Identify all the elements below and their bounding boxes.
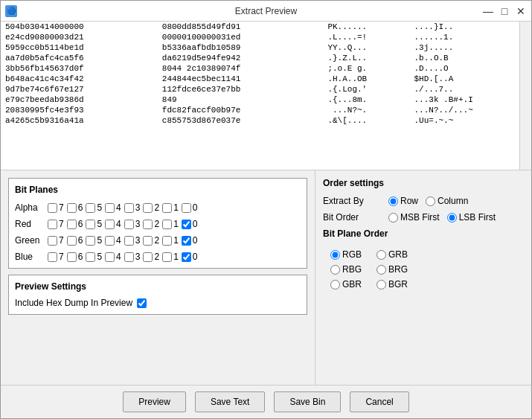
- bit-checkbox-blue-5[interactable]: 5: [86, 252, 102, 262]
- bit-checkbox-red-2[interactable]: 2: [143, 219, 159, 229]
- bit-checkbox-blue-4[interactable]: 4: [105, 252, 121, 262]
- bit-input-red-6[interactable]: [67, 220, 77, 229]
- msb-option[interactable]: MSB First: [388, 212, 440, 223]
- cancel-button[interactable]: Cancel: [350, 391, 408, 412]
- bit-checkbox-green-0[interactable]: 0: [182, 235, 198, 246]
- bit-input-red-1[interactable]: [162, 220, 172, 229]
- bit-checkbox-green-4[interactable]: 4: [105, 235, 121, 246]
- bit-input-green-1[interactable]: [162, 236, 172, 246]
- bit-checkbox-red-7[interactable]: 7: [48, 219, 64, 229]
- bit-plane-radio-rbg[interactable]: [330, 265, 340, 275]
- bit-plane-radio-rgb[interactable]: [330, 250, 340, 260]
- bit-input-alpha-5[interactable]: [86, 203, 95, 213]
- bit-plane-radio-brg[interactable]: [376, 265, 386, 275]
- bit-plane-option-gbr[interactable]: GBR: [330, 279, 362, 290]
- maximize-button[interactable]: □: [499, 5, 510, 17]
- bit-input-blue-7[interactable]: [48, 252, 57, 262]
- bit-input-green-3[interactable]: [124, 236, 134, 246]
- bit-input-green-2[interactable]: [143, 236, 153, 246]
- bit-checkbox-alpha-7[interactable]: 7: [48, 202, 64, 213]
- save-bin-button[interactable]: Save Bin: [274, 391, 341, 412]
- bit-checkbox-green-5[interactable]: 5: [86, 235, 102, 246]
- bit-checkbox-blue-3[interactable]: 3: [124, 252, 141, 262]
- bit-label-blue-0: 0: [193, 252, 198, 262]
- bit-checkbox-green-2[interactable]: 2: [143, 235, 159, 246]
- bit-input-green-0[interactable]: [182, 236, 191, 246]
- bit-input-blue-2[interactable]: [143, 252, 153, 262]
- bit-input-blue-5[interactable]: [86, 252, 95, 262]
- bit-input-alpha-3[interactable]: [124, 203, 134, 213]
- bit-input-blue-6[interactable]: [67, 252, 77, 262]
- bit-plane-option-rbg[interactable]: RBG: [330, 264, 362, 275]
- bit-checkbox-red-1[interactable]: 1: [162, 219, 179, 229]
- bit-input-green-6[interactable]: [67, 236, 77, 246]
- bit-input-blue-3[interactable]: [124, 252, 134, 262]
- bit-checkbox-alpha-1[interactable]: 1: [162, 202, 179, 213]
- bit-checkbox-blue-0[interactable]: 0: [182, 252, 198, 262]
- msb-radio[interactable]: [388, 213, 398, 223]
- bit-checkbox-red-0[interactable]: 0: [182, 219, 198, 229]
- include-hex-checkbox[interactable]: [137, 298, 147, 308]
- bit-plane-option-brg[interactable]: BRG: [376, 264, 408, 275]
- bit-checkbox-red-3[interactable]: 3: [124, 219, 141, 229]
- bit-input-red-4[interactable]: [105, 220, 115, 229]
- bit-input-green-5[interactable]: [86, 236, 95, 246]
- bit-input-red-5[interactable]: [86, 220, 95, 229]
- bit-plane-option-bgr[interactable]: BGR: [376, 279, 408, 290]
- bit-checkbox-green-3[interactable]: 3: [124, 235, 141, 246]
- column-radio[interactable]: [426, 196, 435, 206]
- bit-planes-grid: Alpha76543210Red76543210Green76543210Blu…: [15, 202, 301, 262]
- preview-settings-title: Preview Settings: [15, 281, 301, 292]
- bit-checkbox-alpha-2[interactable]: 2: [143, 202, 159, 213]
- bit-input-blue-1[interactable]: [162, 252, 172, 262]
- bit-input-alpha-1[interactable]: [162, 203, 172, 213]
- bit-checkbox-blue-2[interactable]: 2: [143, 252, 159, 262]
- bit-checkbox-alpha-5[interactable]: 5: [86, 202, 102, 213]
- close-button[interactable]: ✕: [515, 5, 527, 17]
- bit-checkbox-blue-6[interactable]: 6: [67, 252, 83, 262]
- bit-input-alpha-2[interactable]: [143, 203, 153, 213]
- bit-plane-radio-grb[interactable]: [376, 250, 386, 260]
- bit-input-blue-4[interactable]: [105, 252, 115, 262]
- bit-checkbox-blue-1[interactable]: 1: [162, 252, 179, 262]
- bit-checkbox-green-7[interactable]: 7: [48, 235, 64, 246]
- bit-input-green-7[interactable]: [48, 236, 57, 246]
- bit-label-blue-2: 2: [154, 252, 159, 262]
- preview-cell-2: .H.A..OB: [323, 74, 409, 84]
- bit-input-alpha-7[interactable]: [48, 203, 57, 213]
- minimize-button[interactable]: —: [482, 5, 494, 17]
- bit-checkbox-alpha-0[interactable]: 0: [182, 202, 198, 213]
- bit-checkbox-blue-7[interactable]: 7: [48, 252, 64, 262]
- bit-input-red-2[interactable]: [143, 220, 153, 229]
- row-option[interactable]: Row: [388, 196, 418, 206]
- column-option[interactable]: Column: [426, 196, 468, 206]
- bit-plane-radio-bgr[interactable]: [376, 280, 386, 290]
- bit-input-alpha-6[interactable]: [67, 203, 77, 213]
- bit-checkbox-alpha-6[interactable]: 6: [67, 202, 83, 213]
- bit-plane-radio-gbr[interactable]: [330, 280, 340, 290]
- save-text-button[interactable]: Save Text: [195, 391, 265, 412]
- bit-checkbox-green-6[interactable]: 6: [67, 235, 83, 246]
- bit-checkbox-green-1[interactable]: 1: [162, 235, 179, 246]
- bit-plane-option-grb[interactable]: GRB: [376, 249, 408, 260]
- bit-checkbox-red-4[interactable]: 4: [105, 219, 121, 229]
- bit-plane-option-rgb[interactable]: RGB: [330, 249, 362, 260]
- scrollbar[interactable]: [519, 22, 531, 170]
- bit-input-red-3[interactable]: [124, 220, 134, 229]
- bit-input-alpha-4[interactable]: [105, 203, 115, 213]
- bit-checkbox-alpha-4[interactable]: 4: [105, 202, 121, 213]
- bit-checkbox-red-6[interactable]: 6: [67, 219, 83, 229]
- lsb-option[interactable]: LSB First: [447, 212, 496, 223]
- bit-checkbox-red-5[interactable]: 5: [86, 219, 102, 229]
- bit-checkbox-alpha-3[interactable]: 3: [124, 202, 141, 213]
- lsb-radio[interactable]: [447, 213, 457, 223]
- bit-input-green-4[interactable]: [105, 236, 115, 246]
- bit-input-blue-0[interactable]: [182, 252, 191, 262]
- preview-button[interactable]: Preview: [123, 391, 186, 412]
- preview-cell-0: 3bb56fb145637d0f: [1, 63, 158, 74]
- row-radio[interactable]: [388, 196, 398, 206]
- bit-input-red-7[interactable]: [48, 220, 57, 229]
- bit-input-red-0[interactable]: [182, 220, 191, 229]
- bit-input-alpha-0[interactable]: [182, 203, 191, 213]
- preview-row: 5959cc0b5114be1db5336aafbdb10589YY..Q...…: [1, 42, 531, 53]
